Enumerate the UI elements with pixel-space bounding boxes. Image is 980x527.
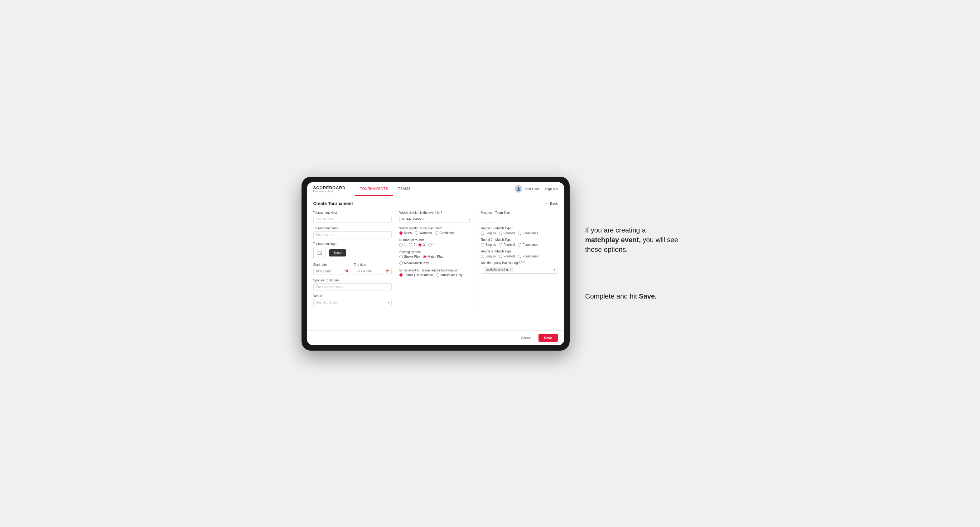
app-logo: SCOREBOARD Powered by clippit xyxy=(313,186,346,192)
venue-group: Venue xyxy=(313,294,391,306)
end-date-group: End date 📅 xyxy=(353,263,391,275)
venue-input[interactable] xyxy=(313,299,391,306)
logo-placeholder: 🖼 xyxy=(313,247,326,259)
rounds-radio-group: 1 2 3 xyxy=(399,243,473,246)
round3-foursomes[interactable]: Foursomes xyxy=(518,255,538,258)
tournament-host-input[interactable] xyxy=(313,216,391,223)
gender-radio-group: Mens Womens Combined xyxy=(399,231,473,235)
round-3[interactable]: 3 xyxy=(418,243,425,246)
api-dropdown-arrow[interactable]: ▾ xyxy=(554,268,555,271)
round-2[interactable]: 2 xyxy=(409,243,415,246)
round1-foursomes[interactable]: Foursomes xyxy=(518,232,538,235)
round3-match-type: Round 3 - Match Type Singles Fourball xyxy=(481,250,557,258)
scoring-label: Scoring system xyxy=(399,250,473,254)
round3-fourball[interactable]: Fourball xyxy=(499,255,515,258)
nav-tabs: TOURNAMENTS TEAMS xyxy=(355,182,514,196)
start-date-group: Start date 📅 xyxy=(313,263,352,275)
scoring-stroke[interactable]: Stroke Play xyxy=(399,255,420,258)
start-date-input[interactable] xyxy=(313,268,352,275)
individuals-option[interactable]: Individuals Only xyxy=(436,273,463,277)
round2-singles[interactable]: Singles xyxy=(481,243,496,246)
logo-title: SCOREBOARD xyxy=(313,186,346,190)
back-link[interactable]: ← Back xyxy=(546,202,558,205)
annotation-save: Complete and hit Save. xyxy=(585,292,679,302)
teams-label: Is this event for Teams and/or Individua… xyxy=(399,269,473,272)
sign-out-link[interactable]: Sign out xyxy=(545,187,557,191)
annotation-area: If you are creating a matchplay event, y… xyxy=(579,225,679,302)
sponsor-input[interactable] xyxy=(313,283,391,290)
tournament-host-label: Tournament Host xyxy=(313,211,391,214)
form-col-3: Maximum Team Size Round 1 - Match Type S… xyxy=(476,211,557,310)
round1-singles[interactable]: Singles xyxy=(481,232,496,235)
tournament-name-label: Tournament name xyxy=(313,227,391,230)
scoring-match[interactable]: Match Play xyxy=(423,255,443,258)
division-select[interactable]: NCAA Division I xyxy=(399,216,473,223)
round1-radio-group: Singles Fourball Foursomes xyxy=(481,232,557,235)
start-date-wrapper: 📅 xyxy=(313,268,352,275)
logo-upload-area: 🖼 Upload xyxy=(313,247,391,259)
venue-select-wrapper xyxy=(313,299,391,306)
max-team-size-label: Maximum Team Size xyxy=(481,211,557,214)
tab-teams[interactable]: TEAMS xyxy=(393,182,416,196)
round2-match-type: Round 2 - Match Type Singles Fourball xyxy=(481,238,557,246)
main-content: Create Tournament ← Back Tournament Host… xyxy=(307,196,564,330)
logo-subtitle: Powered by clippit xyxy=(313,190,346,192)
save-button[interactable]: Save xyxy=(538,334,558,342)
division-label: Which division is the event for? xyxy=(399,211,473,214)
api-tag: Leaderboard King ✕ xyxy=(484,267,514,272)
max-team-size-input[interactable] xyxy=(481,216,496,223)
form-col-2: Which division is the event for? NCAA Di… xyxy=(395,211,476,310)
round-1[interactable]: 1 xyxy=(399,243,406,246)
tournament-logo-label: Tournament logo xyxy=(313,242,391,246)
round3-radio-group: Singles Fourball Foursomes xyxy=(481,255,557,258)
gender-combined[interactable]: Combined xyxy=(435,231,454,235)
end-date-label: End date xyxy=(353,263,391,267)
upload-button[interactable]: Upload xyxy=(329,249,347,257)
scoring-group: Scoring system Stroke Play Match Play xyxy=(399,250,473,265)
form-footer: Cancel Save xyxy=(307,330,564,345)
tab-tournaments[interactable]: TOURNAMENTS xyxy=(355,182,393,196)
round1-label: Round 1 - Match Type xyxy=(481,227,557,230)
gender-mens[interactable]: Mens xyxy=(399,231,412,235)
scoring-radio-group: Stroke Play Match Play Medal Match Play xyxy=(399,255,473,265)
form-grid: Tournament Host Tournament name Tourname… xyxy=(313,211,558,310)
round2-radio-group: Singles Fourball Foursomes xyxy=(481,243,557,246)
cancel-button[interactable]: Cancel xyxy=(517,334,535,341)
venue-label: Venue xyxy=(313,294,391,298)
page-title: Create Tournament xyxy=(313,201,353,206)
sponsor-group: Sponsor (optional) xyxy=(313,279,391,290)
annotation-matchplay: If you are creating a matchplay event, y… xyxy=(585,225,679,254)
round1-fourball[interactable]: Fourball xyxy=(499,232,515,235)
api-select-wrapper[interactable]: Leaderboard King ✕ ▾ xyxy=(481,266,557,274)
round2-foursomes[interactable]: Foursomes xyxy=(518,243,538,246)
round2-fourball[interactable]: Fourball xyxy=(499,243,515,246)
round3-singles[interactable]: Singles xyxy=(481,255,496,258)
scoring-medal[interactable]: Medal Match Play xyxy=(399,262,429,265)
nav-bar: SCOREBOARD Powered by clippit TOURNAMENT… xyxy=(307,182,564,196)
gender-group: Which gender is the event for? Mens Wome… xyxy=(399,227,473,235)
end-date-input[interactable] xyxy=(353,268,391,275)
tournament-name-input[interactable] xyxy=(313,231,391,238)
division-group: Which division is the event for? NCAA Di… xyxy=(399,211,473,223)
teams-radio-group: Teams (+Individuals) Individuals Only xyxy=(399,273,473,277)
gender-label: Which gender is the event for? xyxy=(399,227,473,230)
end-date-wrapper: 📅 xyxy=(353,268,391,275)
division-select-wrapper: NCAA Division I xyxy=(399,216,473,223)
page-header: Create Tournament ← Back xyxy=(313,201,558,206)
tournament-host-group: Tournament Host xyxy=(313,211,391,223)
round-4[interactable]: 4 xyxy=(428,243,435,246)
date-grid: Start date 📅 End date 📅 xyxy=(313,263,391,275)
sponsor-label: Sponsor (optional) xyxy=(313,279,391,282)
user-name: Test User xyxy=(525,187,539,191)
teams-option[interactable]: Teams (+Individuals) xyxy=(399,273,433,277)
form-col-1: Tournament Host Tournament name Tourname… xyxy=(313,211,395,310)
start-date-label: Start date xyxy=(313,263,352,267)
gender-womens[interactable]: Womens xyxy=(415,231,431,235)
round3-label: Round 3 - Match Type xyxy=(481,250,557,253)
rounds-group: Number of rounds 1 2 xyxy=(399,238,473,246)
tournament-name-group: Tournament name xyxy=(313,227,391,238)
tablet-screen: SCOREBOARD Powered by clippit TOURNAMENT… xyxy=(307,182,564,345)
tournament-logo-group: Tournament logo 🖼 Upload xyxy=(313,242,391,259)
api-label: Use third-party live scoring API? xyxy=(481,261,557,265)
api-tag-close[interactable]: ✕ xyxy=(509,268,512,271)
